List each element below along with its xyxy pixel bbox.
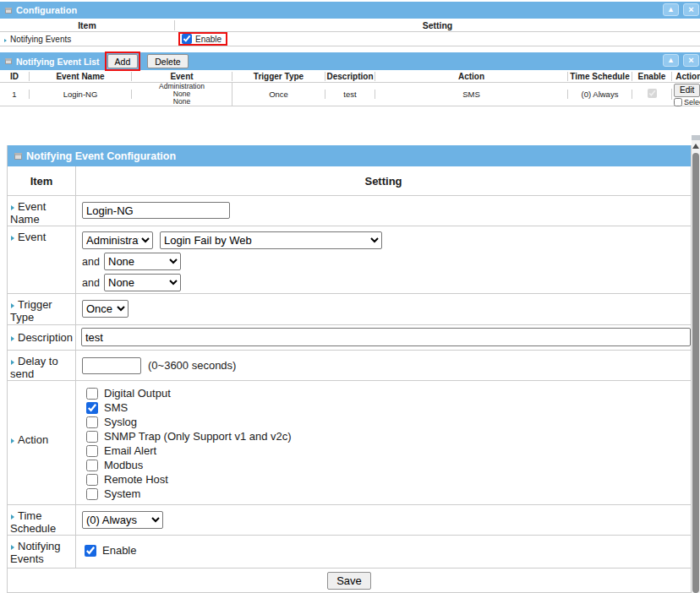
description-row: Description [8, 325, 691, 351]
notifying-events-label: Notifying Events [8, 536, 76, 568]
time-schedule-label: Time Schedule [8, 505, 76, 535]
time-schedule-row: Time Schedule (0) Always [8, 505, 691, 536]
scroll-up-button[interactable] [692, 140, 700, 151]
col-id: ID [0, 72, 30, 81]
col-actions: Actions [672, 72, 700, 81]
close-icon[interactable]: × [683, 54, 699, 67]
time-schedule-select[interactable]: (0) Always [82, 511, 163, 529]
row-description: test [325, 90, 375, 99]
event-type-select[interactable]: Login Fail by Web [160, 231, 382, 249]
action-digital-output-checkbox[interactable] [86, 388, 98, 400]
column-header-setting: Setting [175, 20, 700, 30]
action-snmp-trap-checkbox[interactable] [86, 431, 98, 443]
col-event-name: Event Name [30, 72, 132, 81]
select-label: Select [684, 98, 700, 106]
col-description: Description [325, 72, 375, 81]
bullet-icon [11, 205, 14, 210]
form-header: Notifying Event Configuration [8, 145, 691, 166]
bullet-icon [11, 360, 14, 365]
event-name-input[interactable] [82, 202, 230, 219]
vertical-scrollbar[interactable] [692, 135, 700, 593]
action-label: Action [8, 381, 76, 504]
delete-button[interactable]: Delete [147, 54, 188, 68]
event-row: Event Administration Login Fail by Web a… [8, 226, 691, 294]
action-row: Action Digital Output SMS Syslog SNMP Tr… [8, 381, 691, 505]
notifying-events-enable-checkbox[interactable] [182, 34, 192, 44]
notifying-events-row: Notifying Events Enable [8, 536, 691, 569]
event-list-header: Notifying Event List Add Delete ▲ × [0, 52, 700, 70]
notifying-event-configuration-panel: Notifying Event Configuration Item Setti… [7, 145, 692, 593]
action-syslog-checkbox[interactable] [86, 416, 98, 428]
bullet-icon [4, 39, 7, 42]
table-row: Notifying Events Enable [0, 32, 700, 46]
col-event: Event [132, 72, 232, 81]
collapse-icon[interactable]: ▲ [663, 3, 679, 16]
delay-label: Delay to send [8, 351, 76, 380]
edit-button[interactable]: Edit [674, 84, 700, 97]
row-select-checkbox[interactable] [674, 98, 682, 106]
row-actions: Edit Select [672, 83, 700, 106]
bullet-icon [11, 336, 14, 341]
close-icon[interactable]: × [683, 3, 699, 16]
row-time-schedule: (0) Always [568, 90, 632, 99]
panel-title: Notifying Event Configuration [26, 150, 176, 162]
row-enable [632, 89, 672, 100]
col-action: Action [375, 72, 568, 81]
event-label: Event [8, 226, 76, 293]
row-enable-checkbox [648, 89, 657, 98]
enable-label: Enable [102, 544, 136, 557]
bullet-icon [11, 438, 14, 443]
action-modbus-checkbox[interactable] [86, 460, 98, 471]
action-system-checkbox[interactable] [86, 488, 98, 500]
configuration-panel: Configuration ▲ × Item Setting Notifying… [0, 2, 700, 46]
event-category-select[interactable]: Administration [82, 231, 153, 249]
bullet-icon [11, 545, 14, 550]
save-row: Save [8, 569, 691, 592]
save-button[interactable]: Save [327, 572, 371, 590]
notifying-event-list-panel: Notifying Event List Add Delete ▲ × ID E… [0, 52, 700, 106]
notifying-events-item: Notifying Events [0, 35, 175, 44]
action-email-alert-checkbox[interactable] [86, 445, 98, 457]
action-checkbox-list: Digital Output SMS Syslog SNMP Trap (Onl… [76, 381, 691, 504]
col-trigger-type: Trigger Type [232, 72, 325, 81]
red-highlight: Add [105, 52, 141, 71]
table-row: 1 Login-NG Administration None None Once… [0, 83, 700, 106]
row-event: Administration None None [132, 83, 232, 106]
trigger-type-row: Trigger Type Once [8, 294, 691, 325]
notifying-events-setting: Enable [175, 32, 700, 46]
row-trigger-type: Once [232, 90, 325, 99]
event-name-label: Event Name [8, 196, 76, 226]
and-label: and [82, 277, 104, 289]
delay-row: Delay to send (0~3600 seconds) [8, 351, 691, 381]
description-input[interactable] [81, 328, 691, 346]
bullet-icon [11, 303, 14, 308]
form-col-item: Item [8, 166, 76, 195]
description-label: Description [8, 325, 76, 350]
action-sms-checkbox[interactable] [86, 402, 98, 414]
event-name-row: Event Name [8, 196, 691, 226]
trigger-type-select[interactable]: Once [82, 300, 129, 318]
scroll-up-icon [692, 144, 699, 149]
enable-label: Enable [195, 35, 221, 44]
panel-title: Notifying Event List [16, 57, 100, 67]
row-event-name: Login-NG [30, 90, 132, 99]
add-button[interactable]: Add [107, 54, 139, 68]
collapse-icon[interactable]: ▲ [663, 54, 679, 67]
row-action: SMS [375, 90, 568, 99]
delay-hint: (0~3600 seconds) [148, 359, 236, 372]
scrollbar-thumb[interactable] [692, 153, 699, 593]
red-highlight: Enable [178, 32, 227, 46]
delay-input[interactable] [82, 357, 141, 374]
panel-icon [14, 153, 22, 160]
event-and2-select[interactable]: None [104, 274, 181, 291]
panel-title: Configuration [16, 5, 77, 15]
panel-icon [5, 58, 12, 64]
bullet-icon [11, 236, 14, 241]
col-time-schedule: Time Schedule [568, 72, 632, 81]
event-and1-select[interactable]: None [104, 253, 181, 270]
bullet-icon [11, 514, 14, 520]
action-remote-host-checkbox[interactable] [86, 474, 98, 486]
form-col-setting: Setting [76, 166, 691, 195]
row-id: 1 [0, 90, 30, 99]
form-enable-checkbox[interactable] [85, 545, 96, 557]
